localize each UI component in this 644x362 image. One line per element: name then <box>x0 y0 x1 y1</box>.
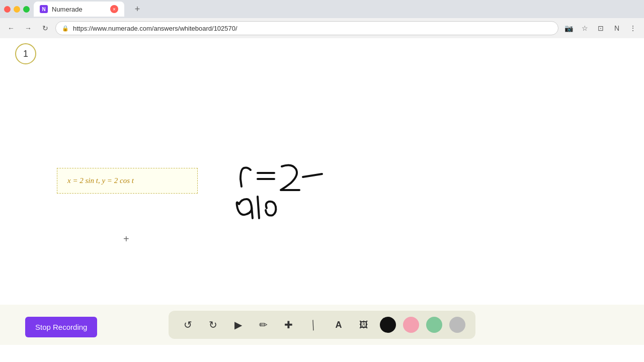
select-tool-button[interactable]: ▶ <box>229 316 247 334</box>
close-window-button[interactable] <box>4 6 11 13</box>
address-bar[interactable]: 🔒 https://www.numerade.com/answers/white… <box>55 21 558 35</box>
tab-close-button[interactable]: × <box>110 5 118 13</box>
refresh-button[interactable]: ↻ <box>38 21 52 35</box>
nav-actions: 📷 ☆ ⊡ N ⋮ <box>561 21 640 35</box>
eraser-tool-button[interactable]: ╱ <box>304 316 323 334</box>
refresh-icon: ↻ <box>42 24 48 32</box>
pen-tool-button[interactable]: ✏ <box>254 316 272 334</box>
title-bar: Numerade × + <box>0 0 644 18</box>
add-element-button[interactable]: ✚ <box>279 316 297 334</box>
undo-button[interactable]: ↺ <box>179 316 197 334</box>
forward-icon: → <box>25 24 32 32</box>
add-content-button[interactable]: + <box>123 233 129 245</box>
extensions-button[interactable]: ⊡ <box>594 21 608 35</box>
minimize-window-button[interactable] <box>14 6 20 13</box>
tab-title: Numerade <box>52 6 83 13</box>
bottom-bar: Stop Recording ↺ ↻ ▶ ✏ ✚ ╱ A <box>0 305 644 345</box>
drawing-toolbar: ↺ ↻ ▶ ✏ ✚ ╱ A 🖼 <box>169 311 475 339</box>
color-gray-button[interactable] <box>449 317 465 333</box>
image-insert-button[interactable]: 🖼 <box>355 316 373 334</box>
eraser-icon: ╱ <box>309 319 318 330</box>
slide-number: 1 <box>23 49 28 59</box>
numerade-ext-button[interactable]: N <box>610 21 624 35</box>
question-text: x = 2 sin t, y = 2 cos t <box>67 176 134 185</box>
browser-chrome: Numerade × + ← → ↻ 🔒 https://www.numerad… <box>0 0 644 38</box>
color-green-button[interactable] <box>426 317 442 333</box>
nav-bar: ← → ↻ 🔒 https://www.numerade.com/answers… <box>0 18 644 38</box>
slide-indicator: 1 <box>15 43 36 64</box>
color-black-button[interactable] <box>380 317 396 333</box>
new-tab-button[interactable]: + <box>130 2 144 16</box>
back-icon: ← <box>8 24 15 32</box>
url-text: https://www.numerade.com/answers/whitebo… <box>73 25 237 32</box>
menu-button[interactable]: ⋮ <box>626 21 640 35</box>
maximize-window-button[interactable] <box>23 6 30 13</box>
back-button[interactable]: ← <box>4 21 18 35</box>
color-pink-button[interactable] <box>403 317 419 333</box>
undo-icon: ↺ <box>184 319 192 331</box>
plus-icon: ✚ <box>284 319 293 331</box>
question-box: x = 2 sin t, y = 2 cos t <box>57 168 198 194</box>
redo-button[interactable]: ↻ <box>204 316 222 334</box>
handwritten-equations <box>216 149 367 241</box>
tab-favicon <box>40 5 48 13</box>
redo-icon: ↻ <box>209 319 217 331</box>
svg-line-2 <box>303 174 322 177</box>
active-tab[interactable]: Numerade × <box>34 2 124 17</box>
text-icon: A <box>336 320 342 330</box>
traffic-lights <box>4 6 30 13</box>
camera-button[interactable]: 📷 <box>561 21 576 35</box>
text-tool-button[interactable]: A <box>330 316 348 334</box>
stop-recording-button[interactable]: Stop Recording <box>25 317 97 337</box>
forward-button[interactable]: → <box>21 21 35 35</box>
whiteboard-area[interactable]: 1 x = 2 sin t, y = 2 cos t + <box>0 38 644 345</box>
bookmark-button[interactable]: ☆ <box>578 21 592 35</box>
select-icon: ▶ <box>234 319 242 331</box>
equation-svg <box>216 149 367 239</box>
pen-icon: ✏ <box>259 319 268 331</box>
lock-icon: 🔒 <box>62 25 69 32</box>
image-icon: 🖼 <box>359 320 368 330</box>
